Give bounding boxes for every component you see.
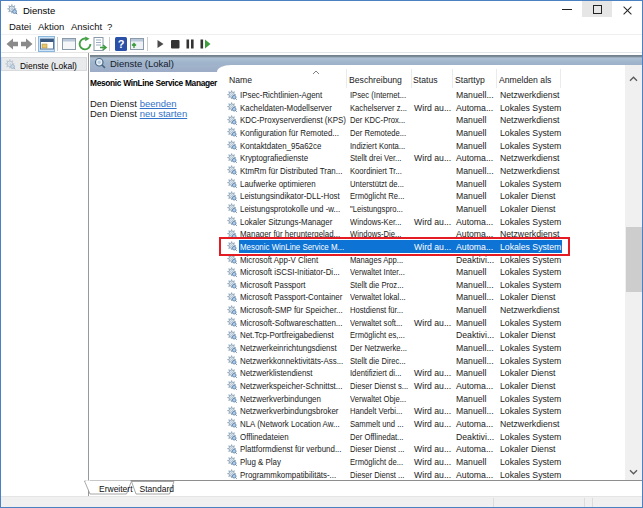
svg-text:?: ? bbox=[118, 38, 125, 50]
